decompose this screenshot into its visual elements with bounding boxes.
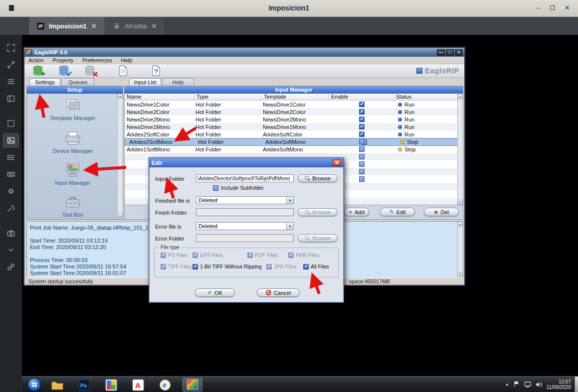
- checkbox[interactable]: [193, 264, 198, 269]
- setup-item-device-manager[interactable]: Device Manager: [27, 130, 118, 154]
- selection-area-icon[interactable]: [3, 117, 19, 131]
- eaglerip-maximize-button[interactable]: □: [446, 49, 454, 56]
- chevron-down-icon[interactable]: [3, 243, 19, 257]
- clock[interactable]: 13:07 11/09/2020: [547, 379, 571, 390]
- table-row-selected[interactable]: Arkitex2SoftMonoHot FolderArkitexSoftMon…: [125, 138, 459, 146]
- list-icon[interactable]: [3, 150, 19, 164]
- include-subfolder-row[interactable]: Include Subfolder: [213, 185, 264, 191]
- dialog-close-button[interactable]: ✕: [333, 159, 341, 166]
- del-button[interactable]: Del: [424, 208, 459, 216]
- minimize-button[interactable]: –: [537, 4, 540, 11]
- dropdown-arrow-icon[interactable]: ▼: [286, 223, 293, 230]
- network-icon[interactable]: [524, 382, 531, 388]
- include-subfolder-checkbox[interactable]: [213, 185, 218, 191]
- enable-checkbox[interactable]: [359, 161, 365, 167]
- setup-item-input-manager[interactable]: Input Manager: [27, 162, 118, 186]
- screenshot-image-icon[interactable]: [3, 133, 19, 147]
- table-row[interactable]: NewsDrive1MonoHot FolderNewsDrive1MonoRu…: [125, 123, 463, 131]
- input-folder-field[interactable]: [196, 174, 294, 182]
- tab-afrodita[interactable]: Afrodita ✕: [105, 17, 166, 35]
- scroll-up-icon[interactable]: ▲: [118, 94, 123, 99]
- menu-property[interactable]: Property: [53, 57, 74, 63]
- menu-action[interactable]: Action: [28, 57, 44, 63]
- speaker-icon[interactable]: [536, 382, 542, 388]
- photoshop-icon[interactable]: Ps: [78, 379, 91, 391]
- enable-checkbox[interactable]: [359, 169, 365, 174]
- close-button[interactable]: ✕: [565, 4, 570, 11]
- start-queue-icon[interactable]: [32, 65, 46, 77]
- scroll-down-icon[interactable]: ▼: [458, 272, 463, 277]
- browser-icon[interactable]: e: [159, 379, 172, 391]
- show-desktop-button[interactable]: [575, 377, 578, 392]
- tab-settings[interactable]: Settings: [29, 78, 60, 86]
- filetype-all-files[interactable]: All Files: [303, 263, 329, 269]
- col-status[interactable]: Status: [394, 94, 456, 100]
- setup-scrollbar[interactable]: ▲ ▼: [117, 94, 123, 219]
- enable-checkbox[interactable]: [359, 139, 365, 144]
- tray-expand-icon[interactable]: ▲: [505, 382, 509, 387]
- enable-checkbox[interactable]: [359, 124, 365, 130]
- tab-input-list[interactable]: Input List: [129, 78, 161, 86]
- settings-gear-icon[interactable]: [3, 184, 19, 198]
- dropdown-arrow-icon[interactable]: ▼: [286, 197, 293, 204]
- checkbox[interactable]: [303, 264, 309, 269]
- col-type[interactable]: Type: [194, 94, 262, 100]
- tab-imposicion1[interactable]: Imposicion1 ✕: [29, 17, 105, 35]
- disconnect-icon[interactable]: [3, 260, 19, 274]
- menu-preferences[interactable]: Preferences: [82, 57, 112, 63]
- table-row[interactable]: NewsDrive2ColorHot FolderNewsDrive2Color…: [125, 108, 463, 116]
- table-row[interactable]: Arkitex1SoftMonoHot FolderArkitexSoftMon…: [125, 145, 463, 153]
- stop-queue-icon[interactable]: [84, 65, 98, 77]
- col-name[interactable]: Name: [125, 94, 194, 100]
- table-row[interactable]: Arkitex2SoftColorHot FolderArkitexSoftCo…: [125, 131, 463, 138]
- check-queue-icon[interactable]: [58, 65, 72, 77]
- scroll-down-icon[interactable]: ▼: [118, 214, 123, 219]
- action-center-flag-icon[interactable]: [514, 381, 520, 388]
- fit-window-icon[interactable]: [3, 58, 19, 72]
- menu-help[interactable]: Help: [121, 57, 132, 63]
- eaglerip-minimize-button[interactable]: —: [437, 49, 445, 56]
- enable-checkbox[interactable]: [359, 102, 365, 107]
- side-panel-icon[interactable]: [3, 92, 19, 106]
- keyboard-icon[interactable]: [3, 167, 19, 181]
- menu-lines-icon[interactable]: [3, 75, 19, 89]
- help-icon[interactable]: ?: [149, 65, 163, 77]
- ok-button[interactable]: OK: [195, 288, 235, 297]
- scroll-up-icon[interactable]: ▲: [458, 94, 463, 99]
- taskbar-active-eaglerip[interactable]: [183, 378, 202, 392]
- table-row[interactable]: NewsDrive2MonoHot FolderNewsDrive2MonoRu…: [125, 116, 463, 123]
- tab-help[interactable]: Help: [162, 78, 194, 86]
- enable-checkbox[interactable]: [359, 176, 365, 182]
- start-button[interactable]: [28, 378, 41, 391]
- document-icon[interactable]: [116, 65, 130, 77]
- dialog-titlebar[interactable]: Edit ✕: [149, 158, 344, 167]
- finished-file-select[interactable]: Deleted▼: [196, 196, 294, 204]
- log-scrollbar[interactable]: ▲ ▼: [457, 222, 463, 277]
- filetype-1bit-tiff[interactable]: 1-Bit TIFF Without Ripping: [193, 263, 262, 269]
- scroll-up-icon[interactable]: ▲: [458, 222, 463, 227]
- browse-input-folder-button[interactable]: Browse: [298, 174, 338, 182]
- acrobat-icon[interactable]: A: [132, 379, 145, 391]
- paint-app-icon[interactable]: [105, 379, 118, 391]
- enable-checkbox[interactable]: [359, 109, 365, 115]
- tab-close-icon[interactable]: ✕: [91, 22, 97, 30]
- camera-icon[interactable]: [3, 226, 19, 240]
- enable-checkbox[interactable]: [359, 131, 365, 137]
- cancel-button[interactable]: Cancel: [257, 288, 300, 297]
- table-row[interactable]: NewsDrive1ColorHot FolderNewsDrive1Color…: [125, 101, 463, 108]
- scroll-down-icon[interactable]: ▼: [458, 200, 463, 205]
- enable-checkbox[interactable]: [359, 146, 365, 152]
- wrench-icon[interactable]: [3, 201, 19, 215]
- enable-checkbox[interactable]: [359, 154, 365, 159]
- setup-item-template-manager[interactable]: Template Manager: [27, 97, 118, 121]
- edit-button[interactable]: Edit: [380, 208, 415, 216]
- add-button[interactable]: Add: [344, 208, 369, 216]
- fullscreen-icon[interactable]: [3, 41, 19, 55]
- enable-checkbox[interactable]: [359, 117, 365, 122]
- col-enable[interactable]: Enable: [329, 94, 394, 100]
- col-template[interactable]: Template: [262, 94, 329, 100]
- eaglerip-close-button[interactable]: ×: [455, 49, 463, 56]
- setup-item-tool-box[interactable]: Tool Box: [27, 194, 118, 218]
- eaglerip-titlebar[interactable]: EagleRIP 4.0 — □ ×: [24, 48, 464, 57]
- maximize-button[interactable]: [550, 4, 555, 11]
